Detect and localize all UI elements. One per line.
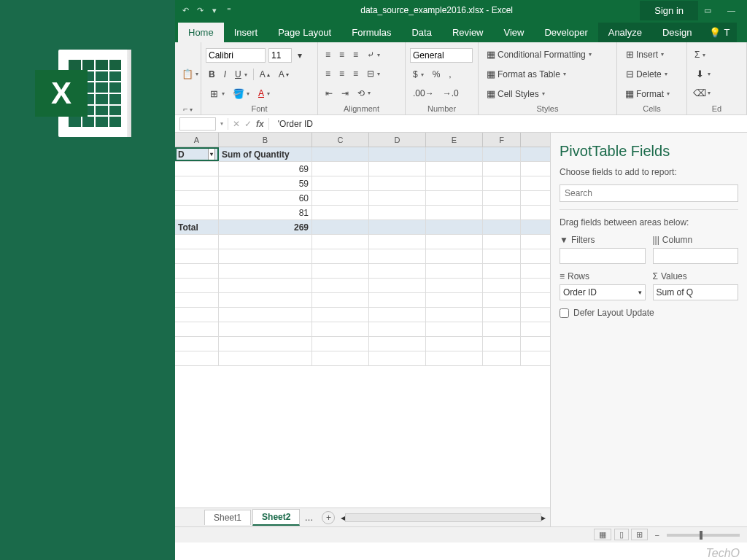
page-layout-view-icon[interactable]: ▯: [614, 529, 629, 540]
defer-checkbox-input[interactable]: [560, 308, 569, 318]
tab-view[interactable]: View: [494, 23, 535, 42]
tab-home[interactable]: Home: [178, 23, 224, 42]
fx-icon[interactable]: fx: [256, 119, 264, 129]
align-middle-button[interactable]: ≡: [336, 48, 347, 61]
tab-design[interactable]: Design: [652, 23, 702, 42]
col-F[interactable]: F: [483, 133, 521, 147]
conditional-formatting-button[interactable]: ▦Conditional Formatting: [483, 48, 612, 61]
columns-area[interactable]: |||Column: [653, 235, 739, 264]
decrease-font-button[interactable]: A▾: [276, 68, 292, 81]
fill-color-button[interactable]: 🪣: [231, 87, 252, 100]
align-top-button[interactable]: ≡: [322, 48, 333, 61]
filters-area[interactable]: ▼Filters: [560, 235, 646, 264]
tab-insert[interactable]: Insert: [224, 23, 268, 42]
tell-me[interactable]: 💡 T: [702, 23, 737, 42]
decrease-indent-button[interactable]: ⇤: [322, 87, 336, 100]
paste-button[interactable]: 📋: [179, 68, 196, 81]
table-row[interactable]: 59: [175, 176, 550, 191]
spreadsheet-grid[interactable]: A B C D E F D▾ Sum of Quantity 69 59 60 …: [175, 133, 550, 526]
cell-A1[interactable]: D▾: [175, 147, 219, 161]
tab-formulas[interactable]: Formulas: [341, 23, 401, 42]
table-row[interactable]: D▾ Sum of Quantity: [175, 147, 550, 162]
borders-button[interactable]: ⊞: [206, 87, 228, 100]
zoom-out-icon[interactable]: −: [655, 531, 659, 540]
table-row[interactable]: 81: [175, 206, 550, 220]
fill-button[interactable]: ⬇: [692, 67, 742, 80]
sheet-tab-sheet1[interactable]: Sheet1: [204, 510, 251, 525]
tab-data[interactable]: Data: [401, 23, 441, 42]
tab-developer[interactable]: Developer: [534, 23, 597, 42]
add-sheet-button[interactable]: +: [322, 511, 335, 524]
underline-button[interactable]: U: [232, 68, 250, 81]
align-left-button[interactable]: ≡: [322, 67, 333, 80]
filter-dropdown-icon[interactable]: ▾: [208, 147, 215, 161]
table-row[interactable]: 69: [175, 162, 550, 176]
clear-button[interactable]: ⌫: [692, 87, 742, 100]
minimize-icon[interactable]: —: [721, 6, 741, 15]
autosum-button[interactable]: Σ: [692, 48, 742, 61]
signin-button[interactable]: Sign in: [640, 1, 698, 20]
currency-button[interactable]: $: [410, 68, 427, 81]
formula-input[interactable]: 'Order ID: [274, 119, 747, 129]
qat-customize-icon[interactable]: ▾: [210, 6, 219, 15]
values-slot[interactable]: Sum of Q: [653, 284, 739, 300]
delete-cells-button[interactable]: ⊟Delete: [622, 68, 682, 81]
cell-B1[interactable]: Sum of Quantity: [219, 147, 312, 161]
tab-analyze[interactable]: Analyze: [598, 23, 652, 42]
format-cells-button[interactable]: ▦Format: [622, 88, 682, 101]
enter-formula-icon[interactable]: ✓: [244, 119, 252, 129]
increase-indent-button[interactable]: ⇥: [338, 87, 352, 100]
tab-review[interactable]: Review: [442, 23, 494, 42]
insert-cells-button[interactable]: ⊞Insert: [622, 48, 682, 61]
col-C[interactable]: C: [312, 133, 369, 147]
sheet-tabs-overflow[interactable]: …: [301, 513, 316, 523]
font-size-combo[interactable]: [268, 48, 292, 63]
values-area[interactable]: ΣValues Sum of Q: [653, 271, 739, 300]
tab-page-layout[interactable]: Page Layout: [268, 23, 341, 42]
rows-area[interactable]: ≡Rows Order ID▾: [560, 271, 646, 300]
font-name-combo[interactable]: [206, 48, 266, 63]
col-B[interactable]: B: [219, 133, 312, 147]
cell-styles-button[interactable]: ▦Cell Styles: [483, 88, 612, 101]
table-row-total[interactable]: Total269: [175, 220, 550, 235]
align-right-button[interactable]: ≡: [350, 67, 361, 80]
comma-button[interactable]: ,: [446, 68, 454, 81]
font-size-dropdown[interactable]: ▾: [295, 49, 305, 62]
rows-slot[interactable]: Order ID▾: [560, 284, 646, 300]
merge-button[interactable]: ⊟: [364, 67, 383, 80]
fields-search-input[interactable]: [560, 184, 738, 202]
increase-font-button[interactable]: A▴: [257, 68, 273, 81]
name-box[interactable]: [179, 117, 216, 131]
normal-view-icon[interactable]: ▦: [594, 529, 611, 540]
columns-slot[interactable]: [653, 248, 739, 264]
sheet-tab-sheet2[interactable]: Sheet2: [252, 509, 300, 526]
view-switcher[interactable]: ▦ ▯ ⊞: [594, 530, 647, 540]
col-A[interactable]: A: [175, 133, 219, 147]
defer-layout-checkbox[interactable]: Defer Layout Update: [560, 308, 738, 318]
col-E[interactable]: E: [426, 133, 483, 147]
orientation-button[interactable]: ⟲: [355, 87, 374, 100]
bold-button[interactable]: B: [206, 68, 218, 81]
format-as-table-button[interactable]: ▦Format as Table: [483, 68, 612, 81]
qat-overflow-icon[interactable]: ⁼: [225, 6, 233, 15]
decrease-decimal-button[interactable]: →.0: [440, 87, 462, 100]
font-color-button[interactable]: A: [255, 87, 273, 100]
percent-button[interactable]: %: [430, 68, 444, 81]
cell-area[interactable]: D▾ Sum of Quantity 69 59 60 81 Total269: [175, 147, 550, 508]
col-D[interactable]: D: [369, 133, 426, 147]
number-format-combo[interactable]: [410, 48, 473, 63]
horizontal-scrollbar[interactable]: ◂ ▸: [336, 513, 550, 523]
clipboard-dialog-launcher[interactable]: ⌐: [179, 103, 196, 113]
scroll-right-icon[interactable]: ▸: [541, 513, 546, 523]
increase-decimal-button[interactable]: .00→: [410, 87, 437, 100]
page-break-view-icon[interactable]: ⊞: [631, 529, 648, 540]
undo-icon[interactable]: ↶: [181, 6, 190, 15]
wrap-text-button[interactable]: ⤶: [364, 48, 383, 61]
zoom-slider[interactable]: [667, 534, 740, 537]
italic-button[interactable]: I: [221, 68, 229, 81]
filters-slot[interactable]: [560, 248, 646, 264]
align-center-button[interactable]: ≡: [336, 67, 347, 80]
table-row[interactable]: 60: [175, 191, 550, 206]
cancel-formula-icon[interactable]: ✕: [233, 119, 240, 129]
ribbon-display-icon[interactable]: ▭: [698, 6, 717, 15]
